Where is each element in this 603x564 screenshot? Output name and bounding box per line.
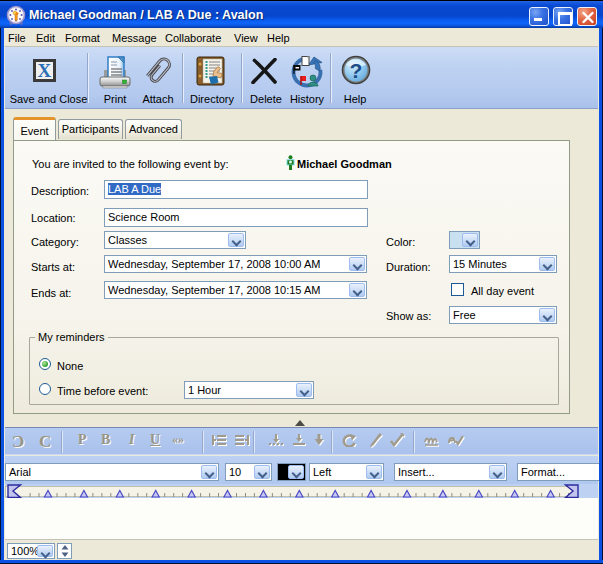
svg-text:X: X — [38, 62, 52, 79]
svg-text:?: ? — [350, 59, 363, 82]
